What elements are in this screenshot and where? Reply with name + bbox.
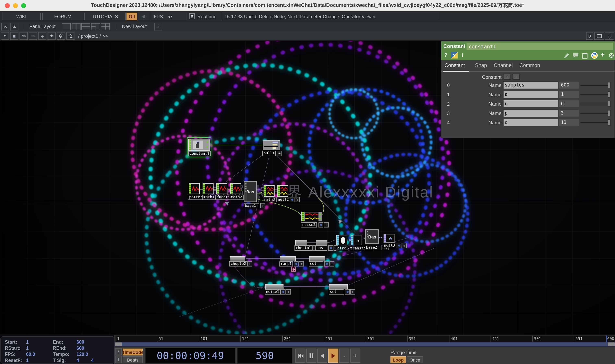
node-label-null1[interactable]: null1	[262, 151, 276, 156]
comment-bubble-icon[interactable]	[572, 53, 579, 58]
node-math2[interactable]	[230, 183, 241, 194]
pause-button[interactable]	[306, 349, 316, 363]
range-start-handle[interactable]: ...	[115, 342, 122, 346]
node-constant1[interactable]	[188, 139, 210, 151]
node-label-noise1[interactable]: noise1	[265, 289, 280, 295]
node-math3[interactable]	[264, 185, 274, 197]
pane-type-dropdown[interactable]: ▼	[1, 32, 9, 40]
tab-channel[interactable]: Channel	[494, 63, 513, 68]
search-network-button[interactable]	[57, 32, 65, 40]
node-label-null2[interactable]: null2	[277, 197, 290, 202]
maximize-pane-icon[interactable]	[1, 23, 9, 30]
node-viewer-toggle[interactable]	[396, 243, 401, 248]
forum-button[interactable]: FORUM	[42, 13, 83, 20]
node-transform1[interactable]	[351, 235, 362, 245]
layout-split-horizontal-button[interactable]	[81, 23, 90, 30]
navigate-back-button[interactable]: ⇦	[20, 32, 28, 40]
add-constant-button[interactable]: +	[504, 74, 511, 80]
python-expressions-icon[interactable]	[591, 52, 598, 59]
node-label-null3[interactable]: null3	[383, 243, 396, 248]
param-name-input[interactable]: a	[504, 91, 558, 98]
help-icon[interactable]: ?	[444, 52, 447, 58]
param-label[interactable]: Name	[466, 120, 502, 126]
param-name-input[interactable]: p	[504, 110, 558, 117]
node-pos[interactable]	[316, 240, 328, 245]
node-expand-button[interactable]: +	[247, 261, 252, 266]
node-viewer-toggle[interactable]	[294, 261, 299, 266]
node-math1[interactable]	[203, 183, 214, 194]
tutorials-button[interactable]: TUTORIALS	[84, 13, 126, 20]
node-noise1[interactable]	[265, 284, 284, 289]
add-layout-button[interactable]: +	[154, 23, 162, 30]
range-end-handle[interactable]: ...	[608, 342, 615, 346]
param-slider[interactable]	[580, 82, 611, 89]
node-function1[interactable]	[216, 183, 227, 194]
bookmark-button[interactable]: ★	[48, 32, 56, 40]
node-label-noise2[interactable]: noise2	[301, 222, 317, 228]
close-window-button[interactable]	[5, 3, 10, 8]
layout-quad-button[interactable]	[101, 23, 110, 30]
layout-three-pane-button[interactable]	[91, 23, 100, 30]
node-ramp1[interactable]	[280, 256, 296, 261]
operator-name-field[interactable]: constant1	[466, 42, 613, 50]
param-slider[interactable]	[580, 91, 611, 98]
play-forward-button[interactable]	[328, 349, 338, 363]
target-pick-icon[interactable]: ◎	[609, 52, 614, 58]
navigate-forward-button[interactable]: ⇨	[29, 32, 37, 40]
param-name-input[interactable]: q	[504, 119, 558, 126]
node-label-col[interactable]: col	[309, 261, 323, 266]
play-reverse-button[interactable]	[317, 349, 328, 363]
home-network-button[interactable]	[66, 32, 74, 40]
layout-split-vertical-button[interactable]	[72, 23, 81, 30]
node-label-base1[interactable]: base1	[244, 203, 259, 208]
beats-mode-button[interactable]: Beats	[123, 356, 143, 363]
target-fps-value[interactable]: 60	[138, 13, 150, 20]
node-viewer-toggle[interactable]	[318, 222, 323, 228]
param-label[interactable]: Name	[466, 92, 502, 98]
node-noise2[interactable]	[301, 212, 322, 221]
node-pattern1[interactable]	[189, 183, 200, 194]
node-base1[interactable]: Bas	[244, 181, 257, 202]
param-value-field[interactable]: 13	[559, 119, 579, 126]
node-label-pos[interactable]: pos	[315, 245, 328, 251]
rend-value[interactable]: 600	[76, 346, 84, 351]
copy-parameters-icon[interactable]	[582, 52, 588, 59]
node-viewer-toggle[interactable]	[324, 261, 329, 266]
node-label-chopto2[interactable]: chopto2	[229, 261, 247, 266]
breadcrumb[interactable]: / project1 / >>	[78, 33, 108, 39]
node-expand-button[interactable]: +	[277, 151, 282, 156]
param-slider[interactable]	[580, 110, 611, 117]
param-slider[interactable]	[580, 119, 611, 126]
node-expand-button[interactable]: +	[260, 203, 265, 208]
rstart-value[interactable]: 1	[26, 346, 29, 351]
param-name-input[interactable]: samples	[504, 82, 558, 89]
param-slider[interactable]	[580, 100, 611, 107]
node-null2[interactable]	[277, 185, 288, 197]
tsig-numerator[interactable]: 4	[76, 358, 79, 363]
node-label-ramp1[interactable]: ramp1	[279, 261, 293, 266]
param-value-field[interactable]: 6	[559, 100, 579, 107]
node-null3[interactable]	[383, 234, 395, 243]
child-count-badge[interactable]: 0	[586, 32, 593, 40]
node-label-chopto1[interactable]: chopto1	[294, 245, 312, 251]
zoom-window-button[interactable]	[21, 3, 26, 8]
node-label-base2[interactable]: base2	[365, 245, 382, 250]
comment-edit-icon[interactable]	[563, 53, 569, 59]
jump-to-start-button[interactable]	[295, 349, 305, 363]
node-label-scl[interactable]: scl	[329, 289, 344, 295]
tab-common[interactable]: Common	[519, 63, 540, 68]
end-value[interactable]: 600	[76, 340, 84, 344]
node-chopto1[interactable]	[295, 240, 307, 245]
node-chopto2[interactable]	[230, 256, 245, 261]
param-label[interactable]: Name	[466, 101, 502, 107]
tab-snap[interactable]: Snap	[475, 63, 487, 68]
node-expand-button[interactable]: +	[286, 289, 291, 295]
wiki-button[interactable]: WIKI	[2, 13, 41, 20]
node-expand-button[interactable]: +	[350, 289, 355, 295]
export-flag-badge[interactable]	[291, 267, 296, 272]
realtime-checkbox[interactable]: X	[189, 13, 195, 19]
node-viewer-toggle[interactable]	[345, 289, 350, 295]
timeline-mode-ibeam-button[interactable]: I	[115, 356, 122, 363]
floating-window-anchor-icon[interactable]	[10, 23, 18, 30]
node-viewer-toggle[interactable]	[328, 245, 333, 251]
